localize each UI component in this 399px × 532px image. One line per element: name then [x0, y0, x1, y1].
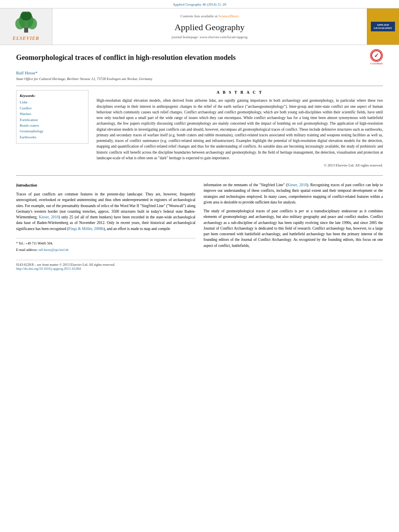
fings-link[interactable]: Fings & Möller, 2008b	[68, 227, 103, 231]
footnote-email: E-mail address: ralf.hesse@rps.bwl.de	[16, 247, 195, 253]
keywords-title: Keywords:	[20, 94, 85, 98]
issn-line: 0143-6228/$ – see front matter © 2013 El…	[16, 263, 383, 267]
journal-title: Applied Geography	[175, 22, 245, 33]
keyword-earthworks: Earthworks	[20, 134, 85, 140]
keyword-lidar: Lidar	[20, 99, 85, 105]
svg-text:✓: ✓	[374, 53, 379, 59]
journal-homepage: journal homepage: www.elsevier.com/locat…	[172, 35, 247, 39]
crossmark-icon: ✓	[370, 49, 383, 62]
abstract-column: A B S T R A C T High-resolution digital …	[97, 90, 383, 167]
elsevier-tree-icon	[10, 12, 42, 34]
abstract-section: Keywords: Lidar Conflict Warfare Fortifi…	[16, 90, 383, 167]
keyword-warfare: Warfare	[20, 111, 85, 117]
title-row: Geomorphological traces of conflict in h…	[16, 53, 383, 67]
intro-para1: Traces of past conflicts are common feat…	[16, 191, 195, 232]
contents-line: Contents lists available at ScienceDirec…	[181, 14, 239, 18]
footnote-tel: * Tel.: +49 711 90445 504.	[16, 241, 195, 246]
elsevier-label: ELSEVIER	[12, 35, 39, 41]
applied-geography-badge: APPLIED GEOGRAPHY	[367, 8, 399, 45]
divider	[16, 86, 383, 86]
body-right-col: information on the remnants of the "Sieg…	[204, 182, 383, 253]
keywords-column: Keywords: Lidar Conflict Warfare Fortifi…	[16, 90, 88, 167]
article-title: Geomorphological traces of conflict in h…	[16, 53, 366, 62]
email-link[interactable]: ralf.hesse@rps.bwl.de	[38, 248, 69, 252]
keywords-box: Keywords: Lidar Conflict Warfare Fortifi…	[16, 90, 88, 144]
intro-para3: The study of geomorphological traces of …	[204, 208, 383, 249]
crossmark-badge: ✓ CrossMark	[370, 49, 383, 65]
thousands-word: thousands	[80, 204, 96, 208]
author-name: Ralf Hesse*	[16, 70, 383, 75]
badge-text: APPLIED GEOGRAPHY	[371, 22, 395, 31]
body-columns: Introduction Traces of past conflicts ar…	[16, 182, 383, 253]
doi-line: http://dx.doi.org/10.1016/j.apgeog.2013.…	[16, 267, 383, 271]
kieser2010-link[interactable]: Kieser, 2010	[287, 183, 307, 187]
author-affiliation: State Office for Cultural Heritage, Berl…	[16, 77, 383, 81]
main-content: Geomorphological traces of conflict in h…	[0, 45, 399, 279]
doi-link[interactable]: http://dx.doi.org/10.1016/j.apgeog.2013.…	[16, 267, 81, 271]
keyword-bomb-craters: Bomb craters	[20, 123, 85, 128]
journal-header: ELSEVIER Contents lists available at Sci…	[0, 8, 399, 45]
body-left-col: Introduction Traces of past conflicts ar…	[16, 182, 195, 253]
sciencedirect-link[interactable]: ScienceDirect	[218, 14, 239, 18]
journal-reference: Applied Geography 46 (2014) 11–20	[0, 0, 399, 8]
bottom-bar: 0143-6228/$ – see front matter © 2013 El…	[16, 260, 383, 271]
abstract-header: A B S T R A C T	[97, 90, 383, 94]
footnote-section: * Tel.: +49 711 90445 504. E-mail addres…	[16, 238, 195, 253]
kieser-link[interactable]: Kieser, 2010	[39, 215, 59, 219]
abstract-text: High-resolution digital elevation models…	[97, 98, 383, 161]
elsevier-logo: ELSEVIER	[0, 8, 52, 45]
copyright-line: © 2013 Elsevier Ltd. All rights reserved…	[97, 163, 383, 167]
keyword-conflict: Conflict	[20, 105, 85, 111]
intro-heading: Introduction	[16, 182, 195, 188]
keyword-fortification: Fortification	[20, 117, 85, 123]
intro-para2: information on the remnants of the "Sieg…	[204, 182, 383, 205]
keyword-geomorphology: Geomorphology	[20, 128, 85, 134]
header-center: Contents lists available at ScienceDirec…	[52, 8, 367, 45]
body-section: Introduction Traces of past conflicts ar…	[16, 175, 383, 253]
